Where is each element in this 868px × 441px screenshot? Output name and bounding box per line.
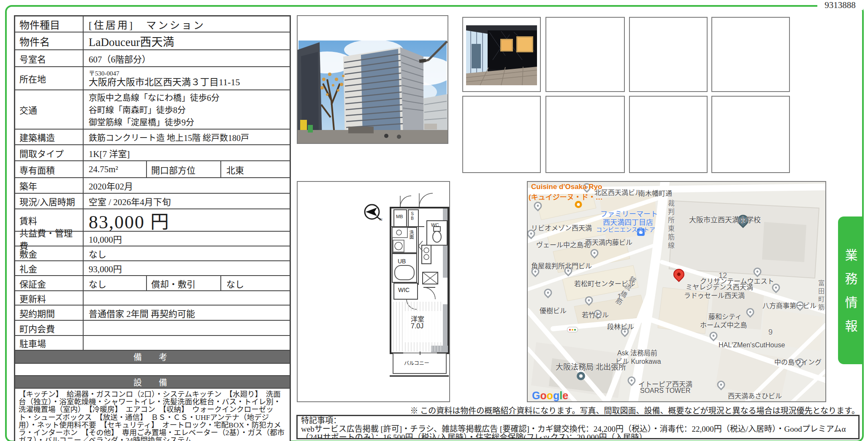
row-value [84,291,290,305]
map-pin-icon [626,375,637,386]
map-label: 南木幡町通 [638,188,672,198]
map-label: 裁判所東筋線 [665,200,675,250]
map-label: ラドゥセール西天満 [684,290,745,300]
map-label: 八方商事第一ビル [762,300,816,310]
row-label: 現況/入居時期 [15,194,84,208]
fp-label-room-size: 7.0J [411,322,423,330]
map-label: 若竹ビル [582,309,609,319]
table-row: 共益費・管理費 10,000円 [15,232,290,246]
fp-label-balcony: バルコニー [404,359,429,366]
special-notes-body: webサービス広告掲載 [許可]・チラシ、雑誌等掲載広告 [要確認]・カギ鍵交換… [301,425,855,439]
remarks-header: 備 考 [15,351,290,364]
map-label: 大阪法務局 北出張所 [556,361,626,372]
map-label: 中の島ウイング [774,357,822,367]
transport-line: 谷町線「南森町」徒歩8分 [89,104,220,116]
row-value: 1K[7 洋室] [84,145,290,160]
lobby-interior-photo [463,18,540,91]
map-pin-icon [583,295,595,306]
table-row: 間取タイプ 1K[7 洋室] [15,145,290,161]
special-notes-title: 特記事項： [301,417,855,425]
table-row: 更新料 [15,291,290,306]
map-pin-icon [745,306,756,318]
row-value-2: 北東 [221,161,290,177]
map-pin-icon [577,372,585,380]
map-label: (キュイジーヌ・ド・… [529,191,603,202]
map-box: Cuisine d'Osaka Ryo(キュイジーヌ・ド・…北区西天満ビル南木幡… [527,181,826,402]
special-notes-box: 特記事項： webサービス広告掲載 [許可]・チラシ、雑誌等掲載広告 [要確認]… [296,415,860,439]
table-row: 専有面積 24.75m² 開口部方位 北東 [15,161,290,178]
remarks-value [15,364,290,376]
map-label: 富田町筋 [816,280,825,312]
map-label: 優樹ビル [540,305,567,315]
building-exterior-photo [298,16,448,143]
table-row: 交通 京阪中之島線「なにわ橋」徒歩6分谷町線「南森町」徒歩8分御堂筋線「淀屋橋」… [15,90,290,130]
table-row: 礼金 93,000円 [15,261,290,276]
row-value: 2020年02月 [84,178,290,193]
row-label: 礼金 [15,261,84,275]
google-logo-letter: g [553,390,559,401]
google-logo: Google [532,390,568,402]
table-row: 築年 2020年02月 [15,178,290,194]
map-label: ヴェール中之島北 [536,239,590,249]
row-value: なし [84,246,290,260]
address: 〒530-0047大阪府大阪市北区西天満３丁目11-15 [89,69,240,88]
row-label: 契約期間 [15,306,84,320]
row-label: 物件名 [15,32,84,49]
disclaimer-text: ※ この資料は物件の概略紹介資料になります。写真、間取図面、設備、概要などが現況… [296,404,860,416]
map-label: 段林ビル [607,321,634,331]
table-row: 駐車場 [15,336,290,351]
fp-label-senmen: 洗面 [408,230,415,239]
row-label: 共益費・管理費 [15,232,84,246]
row-label: 建築構造 [15,130,84,144]
rent-value: 83,000 円 [84,209,290,231]
main-photo-box [297,15,448,144]
map-label: 9 [768,328,773,337]
fp-label-wic: WIC [398,287,410,293]
row-value: 607（6階部分） [84,50,290,66]
transport-line: 御堂筋線「淀屋橋」徒歩9分 [89,116,220,129]
side-tab-label: 業務情報 [841,238,860,343]
map-label: 西天満内藤ビル [585,237,632,247]
transport-line: 京阪中之島線「なにわ橋」徒歩6分 [89,92,220,104]
map-pin-icon [716,379,727,390]
table-row: 建築構造 鉄筋コンクリート造 地上15階 総戸数180戸 [15,130,290,145]
photo-box-empty [462,96,541,173]
row-label: 間取タイプ [15,145,84,160]
row-value [84,321,290,335]
row-label: 更新料 [15,291,84,305]
table-row: 保証金 なし 償却・敷引 なし [15,276,290,291]
map-label: 西天満あさひビル [728,390,782,400]
row-label: 号室名 [15,50,84,66]
row-value: 普通借家 2年間 再契約可能 [84,306,290,320]
photo-box-empty [711,96,790,173]
google-logo-letter: e [562,390,568,401]
row-label: 物件種目 [15,16,84,32]
photo-box-empty [629,17,708,92]
map-pin-icon [575,201,582,208]
row-label: 敷金 [15,246,84,260]
fp-label-sb: SB [410,211,415,221]
map-label: SOARS TOWER [640,387,690,395]
map-label: Cuisine d'Osaka Ryo [531,183,602,191]
map-labels-layer: Cuisine d'Osaka Ryo(キュイジーヌ・ド・…北区西天満ビル南木幡… [528,182,825,401]
table-row: 号室名 607（6階部分） [15,50,290,67]
property-location-pin [671,267,687,282]
equipment-header: 設 備 [15,376,290,389]
equipment-text: 【キッチン】 給湯器・ガスコンロ（2口）・システムキッチン 【水廻り】 洗面台（… [15,389,290,441]
google-logo-letter: o [547,390,553,401]
table-row: 物件名 LaDouceur西天満 [15,32,290,50]
row-value: LaDouceur西天満 [84,32,290,49]
traffic-light-icon [567,327,578,333]
row-label: 専有面積 [15,161,84,177]
row-value: 空室 / 2026年4月下旬 [84,194,290,208]
google-logo-letter: G [532,390,540,401]
fp-label-wc: WC [431,222,439,227]
row-label: 保証金 [15,276,84,290]
row-value: なし [84,276,146,290]
photo-box-empty [545,17,625,92]
map-label: ホームズ中之島 [700,319,747,330]
map-pin-icon [542,287,554,298]
photo-box-empty [545,96,625,173]
photo-box-lobby [462,17,541,92]
row-label-2: 償却・敷引 [146,276,221,290]
